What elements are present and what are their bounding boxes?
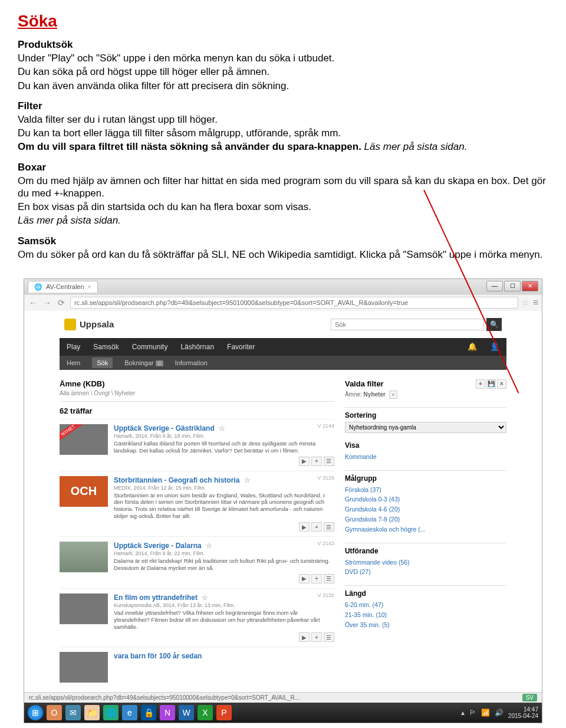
forward-icon[interactable]: → bbox=[42, 297, 52, 308]
fav-star-icon[interactable]: ☆ bbox=[206, 542, 212, 550]
subnav-bokningar[interactable]: Bokningar 0 bbox=[124, 359, 163, 366]
taskbar-app-icon[interactable]: 🌐 bbox=[103, 705, 119, 720]
bookmark-star-icon[interactable]: ☆ bbox=[522, 298, 529, 307]
tray-up-icon[interactable]: ▴ bbox=[461, 709, 465, 717]
filter-option[interactable]: Strömmande video (56) bbox=[345, 558, 506, 568]
taskbar-app-icon[interactable]: 📁 bbox=[84, 705, 100, 720]
fav-star-icon[interactable]: ☆ bbox=[219, 424, 225, 432]
result-play-button[interactable]: ▶ bbox=[299, 574, 310, 583]
start-button[interactable]: ⊞ bbox=[28, 705, 43, 720]
taskbar-app-icon[interactable]: 🔒 bbox=[141, 705, 156, 720]
taskbar-app-icon[interactable]: P bbox=[216, 705, 232, 720]
nav-community[interactable]: Community bbox=[132, 343, 168, 351]
tray-flag-icon[interactable]: 🏳 bbox=[469, 709, 476, 717]
result-add-button[interactable]: + bbox=[311, 632, 322, 642]
result-title[interactable]: Storbritannien - Geografi och historia ☆ bbox=[114, 476, 334, 484]
fav-star-icon[interactable]: ☆ bbox=[202, 593, 208, 602]
filter-clear-button[interactable]: × bbox=[497, 379, 506, 389]
nav-main: Play Samsök Community Läshörnan Favorite… bbox=[60, 338, 506, 356]
tab-close-icon[interactable]: × bbox=[88, 283, 91, 290]
result-thumb[interactable] bbox=[60, 542, 108, 572]
filter-option[interactable]: Över 35 min. (5) bbox=[345, 620, 506, 630]
nav-play[interactable]: Play bbox=[67, 343, 80, 351]
taskbar-app-icon[interactable]: W bbox=[179, 705, 194, 720]
window-minimize-button[interactable]: — bbox=[486, 281, 503, 291]
filter-save-button[interactable]: 💾 bbox=[486, 379, 496, 389]
result-title[interactable]: En film om yttrandefrihet ☆ bbox=[114, 593, 334, 602]
back-icon[interactable]: ← bbox=[28, 297, 38, 308]
result-play-button[interactable]: ▶ bbox=[299, 522, 310, 532]
sort-select[interactable]: Nyhetsordning nya-gamla bbox=[345, 422, 506, 433]
text: Du kan söka på ord högst uppe till höger… bbox=[18, 65, 548, 78]
globe-icon: 🌐 bbox=[34, 283, 42, 291]
taskbar-app-icon[interactable]: ✉ bbox=[65, 705, 81, 720]
nav-samsok[interactable]: Samsök bbox=[93, 343, 119, 351]
taskbar-app-icon[interactable]: X bbox=[198, 705, 213, 720]
result-id: V 3132 bbox=[317, 592, 334, 598]
filter-option[interactable]: Grundskola 7-9 (20) bbox=[345, 514, 506, 524]
result-more-button[interactable]: ☰ bbox=[324, 574, 334, 583]
result-add-button[interactable]: + bbox=[311, 457, 322, 466]
search-input[interactable] bbox=[331, 319, 484, 330]
filter-option[interactable]: Gymnasieskola och högre (... bbox=[345, 524, 506, 534]
filter-chip-remove[interactable]: × bbox=[389, 391, 397, 399]
filter-option[interactable]: 21-35 min. (10) bbox=[345, 610, 506, 620]
logo-icon bbox=[64, 319, 76, 330]
text-italic: Läs mer på sista sidan. bbox=[18, 214, 548, 227]
section-produktsok-h: Produktsök bbox=[18, 39, 548, 51]
result-thumb[interactable] bbox=[60, 652, 108, 683]
result-thumb[interactable]: OCH bbox=[60, 476, 108, 507]
tray-net-icon[interactable]: 📶 bbox=[481, 709, 490, 717]
taskbar-clock[interactable]: 14:47 2015-04-24 bbox=[508, 706, 538, 719]
result-add-button[interactable]: + bbox=[311, 574, 322, 583]
tray-vol-icon[interactable]: 🔊 bbox=[495, 709, 504, 717]
status-url: rc.sli.se/apps/sli/prodsearch.php?db=49&… bbox=[29, 694, 300, 701]
section-filter-h: Filter bbox=[18, 100, 548, 112]
result-title[interactable]: vara barn för 100 år sedan bbox=[114, 652, 334, 660]
visa-h: Visa bbox=[345, 441, 506, 450]
result-meta: Hamark, 2014, Från 9 år, 18 min, Film. bbox=[114, 433, 334, 439]
site-logo[interactable]: Uppsala bbox=[64, 319, 114, 330]
filter-option[interactable]: Grundskola 0-3 (43) bbox=[345, 494, 506, 504]
filter-option[interactable]: Förskola (37) bbox=[345, 485, 506, 495]
subnav-information[interactable]: Information bbox=[175, 359, 208, 366]
result-more-button[interactable]: ☰ bbox=[324, 457, 334, 466]
url-field[interactable]: rc.sli.se/apps/sli/prodsearch.php?db=49&… bbox=[70, 297, 518, 309]
window-maximize-button[interactable]: ☐ bbox=[504, 281, 521, 291]
result-play-button[interactable]: ▶ bbox=[299, 632, 310, 642]
nyhet-badge: NYHET bbox=[60, 424, 83, 442]
result-play-button[interactable]: ▶ bbox=[299, 457, 310, 466]
taskbar-app-icon[interactable]: e bbox=[122, 705, 137, 720]
browser-tab[interactable]: 🌐 AV-Centralen × bbox=[28, 281, 98, 293]
text: Om du med hjälp av ämnen och filter har … bbox=[18, 175, 548, 200]
result-desc: Vad innebär yttrandefrihet? Vilka frihet… bbox=[114, 609, 334, 631]
visa-option[interactable]: Kommande bbox=[345, 452, 506, 462]
filter-option[interactable]: DVD (27) bbox=[345, 567, 506, 577]
result-thumb[interactable]: NYHET bbox=[60, 424, 108, 455]
filter-add-button[interactable]: + bbox=[476, 379, 485, 389]
filter-option[interactable]: Grundskola 4-6 (20) bbox=[345, 504, 506, 514]
result-more-button[interactable]: ☰ bbox=[324, 632, 334, 642]
reload-icon[interactable]: ⟳ bbox=[56, 297, 67, 308]
subnav-sok[interactable]: Sök bbox=[92, 358, 113, 368]
nav-lashornan[interactable]: Läshörnan bbox=[180, 343, 214, 351]
nav-sub: Hem Sök Bokningar 0 Information bbox=[60, 356, 506, 370]
breadcrumb[interactable]: Alla ämnen \ Övrigt \ Nyheter bbox=[60, 390, 334, 396]
taskbar-app-icon[interactable]: O bbox=[47, 705, 62, 720]
bell-icon[interactable]: 🔔 bbox=[468, 342, 477, 351]
filter-option[interactable]: 6-20 min. (47) bbox=[345, 600, 506, 610]
window-close-button[interactable]: ✕ bbox=[522, 281, 538, 291]
utforande-h: Utförande bbox=[345, 547, 506, 555]
fav-star-icon[interactable]: ☆ bbox=[244, 476, 251, 484]
menu-icon[interactable]: ≡ bbox=[533, 297, 538, 308]
result-add-button[interactable]: + bbox=[311, 522, 322, 532]
text-italic: Läs mer på sista sidan. bbox=[361, 141, 468, 152]
text: Du kan ta bort eller lägga till filter s… bbox=[18, 127, 548, 139]
taskbar-app-icon[interactable]: N bbox=[160, 705, 175, 720]
result-thumb[interactable] bbox=[60, 593, 108, 624]
result-title[interactable]: Upptäck Sverige - Dalarna ☆ bbox=[114, 542, 334, 550]
subnav-hem[interactable]: Hem bbox=[67, 359, 80, 366]
result-title[interactable]: Upptäck Sverige - Gästrikland ☆ bbox=[114, 424, 334, 432]
result-more-button[interactable]: ☰ bbox=[324, 522, 334, 532]
nav-favoriter[interactable]: Favoriter bbox=[227, 343, 255, 351]
